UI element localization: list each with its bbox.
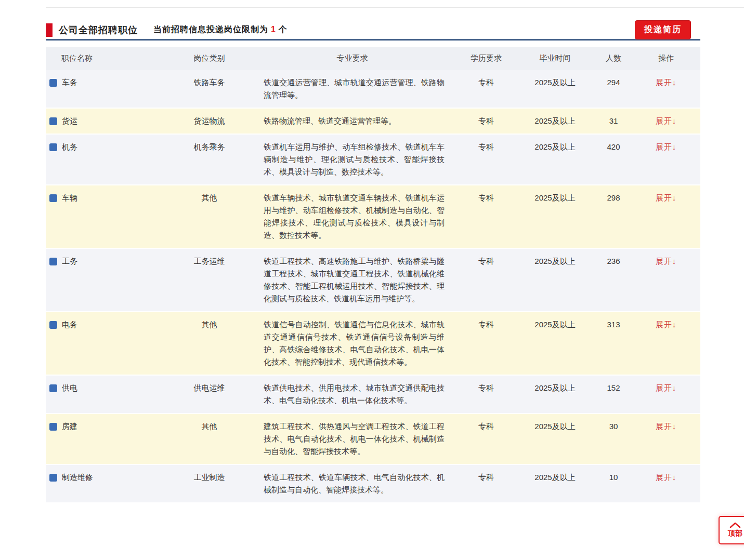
top-divider <box>46 7 744 8</box>
education-requirement: 专科 <box>458 76 515 89</box>
major-requirements: 铁道供电技术、供用电技术、城市轨道交通供配电技术、电气自动化技术、机电一体化技术… <box>247 382 458 407</box>
position-category: 其他 <box>172 192 247 204</box>
expand-link[interactable]: 展开↓ <box>656 78 677 87</box>
education-requirement: 专科 <box>458 420 515 433</box>
position-category: 其他 <box>172 318 247 331</box>
expand-link[interactable]: 展开↓ <box>656 473 677 482</box>
table-row: 供电 供电运维 铁道供电技术、供用电技术、城市轨道交通供配电技术、电气自动化技术… <box>46 376 700 414</box>
education-requirement: 专科 <box>458 471 515 484</box>
position-checkbox-icon[interactable] <box>49 79 57 87</box>
column-header-education: 学历要求 <box>458 54 515 63</box>
expand-link[interactable]: 展开↓ <box>656 422 677 431</box>
graduation-time: 2025及以上 <box>515 255 595 268</box>
submit-resume-button[interactable]: 投递简历 <box>635 20 691 39</box>
table-row: 工务 工务运维 铁道工程技术、高速铁路施工与维护、铁路桥梁与隧道工程技术、城市轨… <box>46 249 700 312</box>
education-requirement: 专科 <box>458 382 515 394</box>
position-checkbox-icon[interactable] <box>49 258 57 265</box>
column-header-major-requirements: 专业要求 <box>247 54 458 63</box>
position-category: 工业制造 <box>172 471 247 484</box>
graduation-time: 2025及以上 <box>515 420 595 433</box>
graduation-time: 2025及以上 <box>515 115 595 127</box>
job-table: 职位名称 岗位类别 专业要求 学历要求 毕业时间 人数 操作 车务 铁路车务 铁… <box>46 47 700 503</box>
expand-link[interactable]: 展开↓ <box>656 257 677 265</box>
table-row: 电务 其他 铁道信号自动控制、铁道通信与信息化技术、城市轨道交通通信信号技术、铁… <box>46 312 700 376</box>
expand-link[interactable]: 展开↓ <box>656 116 677 125</box>
position-checkbox-icon[interactable] <box>49 194 57 202</box>
headcount: 30 <box>595 420 632 433</box>
graduation-time: 2025及以上 <box>515 76 595 89</box>
submission-limit-note: 当前招聘信息投递岗位限制为1个 <box>153 24 288 35</box>
expand-link[interactable]: 展开↓ <box>656 383 677 392</box>
major-requirements: 铁道机车运用与维护、动车组检修技术、铁道机车车辆制造与维护、理化测试与质检技术、… <box>247 141 458 178</box>
headcount: 420 <box>595 141 632 153</box>
table-body: 车务 铁路车务 铁道交通运营管理、城市轨道交通运营管理、铁路物流管理等。 专科 … <box>46 70 700 503</box>
major-requirements: 建筑工程技术、供热通风与空调工程技术、铁道工程技术、电气自动化技术、机电一体化技… <box>247 420 458 458</box>
red-accent-bar <box>46 23 53 37</box>
back-to-top-label: 顶部 <box>728 529 742 538</box>
table-row: 车务 铁路车务 铁道交通运营管理、城市轨道交通运营管理、铁路物流管理等。 专科 … <box>46 70 700 109</box>
major-requirements: 铁道车辆技术、城市轨道交通车辆技术、铁道机车运用与维护、动车组检修技术、机械制造… <box>247 192 458 242</box>
education-requirement: 专科 <box>458 318 515 331</box>
major-requirements: 铁道交通运营管理、城市轨道交通运营管理、铁路物流管理等。 <box>247 76 458 101</box>
table-row: 货运 货运物流 铁路物流管理、铁道交通运营管理等。 专科 2025及以上 31 … <box>46 109 700 135</box>
position-category: 工务运维 <box>172 255 247 268</box>
chevron-up-icon <box>729 522 741 528</box>
position-category: 其他 <box>172 420 247 433</box>
job-listing-section: 公司全部招聘职位 当前招聘信息投递岗位限制为1个 投递简历 职位名称 岗位类别 … <box>46 21 700 503</box>
expand-link[interactable]: 展开↓ <box>656 193 677 202</box>
section-title: 公司全部招聘职位 <box>59 24 138 36</box>
major-requirements: 铁道工程技术、铁道车辆技术、电气自动化技术、机械制造与自动化、智能焊接技术等。 <box>247 471 458 496</box>
table-row: 机务 机务乘务 铁道机车运用与维护、动车组检修技术、铁道机车车辆制造与维护、理化… <box>46 135 700 185</box>
table-row: 房建 其他 建筑工程技术、供热通风与空调工程技术、铁道工程技术、电气自动化技术、… <box>46 414 700 465</box>
position-name: 工务 <box>62 255 77 268</box>
education-requirement: 专科 <box>458 115 515 127</box>
position-category: 货运物流 <box>172 115 247 127</box>
position-category: 铁路车务 <box>172 76 247 89</box>
limit-note-prefix: 当前招聘信息投递岗位限制为 <box>153 25 268 34</box>
table-header-row: 职位名称 岗位类别 专业要求 学历要求 毕业时间 人数 操作 <box>46 47 700 70</box>
education-requirement: 专科 <box>458 141 515 153</box>
position-checkbox-icon[interactable] <box>49 117 57 125</box>
limit-count: 1 <box>268 25 279 34</box>
expand-link[interactable]: 展开↓ <box>656 142 677 151</box>
position-name: 房建 <box>62 420 77 433</box>
column-header-action: 操作 <box>632 54 700 63</box>
graduation-time: 2025及以上 <box>515 318 595 331</box>
headcount: 294 <box>595 76 632 89</box>
major-requirements: 铁道工程技术、高速铁路施工与维护、铁路桥梁与隧道工程技术、城市轨道交通工程技术、… <box>247 255 458 305</box>
graduation-time: 2025及以上 <box>515 471 595 484</box>
headcount: 31 <box>595 115 632 127</box>
graduation-time: 2025及以上 <box>515 192 595 204</box>
position-name: 电务 <box>62 318 77 331</box>
position-checkbox-icon[interactable] <box>49 321 57 329</box>
position-category: 机务乘务 <box>172 141 247 153</box>
education-requirement: 专科 <box>458 255 515 268</box>
headcount: 152 <box>595 382 632 394</box>
major-requirements: 铁路物流管理、铁道交通运营管理等。 <box>247 115 458 127</box>
table-row: 制造维修 工业制造 铁道工程技术、铁道车辆技术、电气自动化技术、机械制造与自动化… <box>46 465 700 503</box>
column-header-headcount: 人数 <box>595 54 632 63</box>
position-name: 制造维修 <box>62 471 93 484</box>
position-name: 车务 <box>62 76 77 89</box>
headcount: 236 <box>595 255 632 268</box>
position-checkbox-icon[interactable] <box>49 143 57 151</box>
position-checkbox-icon[interactable] <box>49 423 57 431</box>
column-header-position-name: 职位名称 <box>46 54 172 63</box>
position-name: 货运 <box>62 115 77 127</box>
headcount: 10 <box>595 471 632 484</box>
graduation-time: 2025及以上 <box>515 382 595 394</box>
headcount: 313 <box>595 318 632 331</box>
position-name: 机务 <box>62 141 77 153</box>
section-header: 公司全部招聘职位 当前招聘信息投递岗位限制为1个 投递简历 <box>46 21 700 41</box>
column-header-category: 岗位类别 <box>172 54 247 63</box>
position-name: 车辆 <box>62 192 77 204</box>
graduation-time: 2025及以上 <box>515 141 595 153</box>
major-requirements: 铁道信号自动控制、铁道通信与信息化技术、城市轨道交通通信信号技术、铁道通信信号设… <box>247 318 458 368</box>
position-checkbox-icon[interactable] <box>49 384 57 392</box>
back-to-top-button[interactable]: 顶部 <box>719 516 744 544</box>
expand-link[interactable]: 展开↓ <box>656 320 677 329</box>
table-row: 车辆 其他 铁道车辆技术、城市轨道交通车辆技术、铁道机车运用与维护、动车组检修技… <box>46 185 700 249</box>
headcount: 298 <box>595 192 632 204</box>
column-header-graduation-time: 毕业时间 <box>515 54 595 63</box>
position-checkbox-icon[interactable] <box>49 474 57 482</box>
